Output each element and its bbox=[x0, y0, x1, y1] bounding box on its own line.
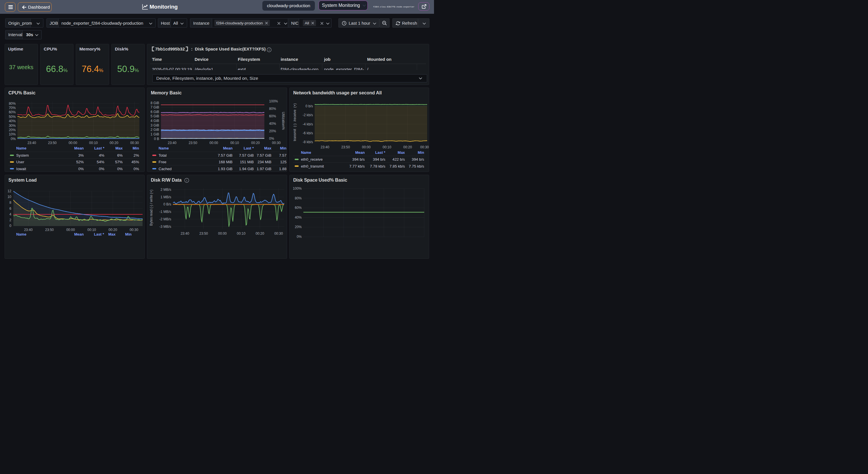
svg-text:00:30: 00:30 bbox=[274, 231, 283, 235]
svg-text:3%: 3% bbox=[79, 153, 84, 158]
svg-text:Name: Name bbox=[159, 146, 169, 151]
svg-text:User: User bbox=[17, 160, 24, 164]
svg-text:1 GiB: 1 GiB bbox=[151, 132, 159, 136]
svg-text:00:30: 00:30 bbox=[272, 141, 281, 145]
svg-text:eth0_transmit: eth0_transmit bbox=[301, 164, 324, 168]
svg-text:80%: 80% bbox=[295, 196, 302, 200]
svg-text:Min: Min bbox=[133, 146, 139, 151]
svg-text:00:10: 00:10 bbox=[230, 141, 239, 145]
svg-text:-2 kb/s: -2 kb/s bbox=[303, 113, 313, 117]
svg-text:4: 4 bbox=[9, 212, 11, 216]
svg-text:151 MiB: 151 MiB bbox=[240, 160, 254, 164]
svg-text:-3 MB/s: -3 MB/s bbox=[160, 224, 172, 228]
svg-text:23:50: 23:50 bbox=[341, 145, 350, 149]
svg-text:60%: 60% bbox=[269, 115, 276, 119]
svg-text:Name: Name bbox=[301, 150, 311, 155]
svg-text:80%: 80% bbox=[269, 107, 276, 111]
svg-text:7.57 GiB: 7.57 GiB bbox=[257, 153, 272, 158]
svg-text:Mean: Mean bbox=[223, 146, 232, 151]
svg-text:0 B/s: 0 B/s bbox=[164, 202, 172, 206]
svg-text:00:00: 00:00 bbox=[210, 141, 218, 145]
svg-text:0 b/s: 0 b/s bbox=[306, 104, 313, 108]
svg-text:00:20: 00:20 bbox=[403, 145, 412, 149]
svg-text:00:30: 00:30 bbox=[130, 141, 139, 145]
svg-text:394 b/s: 394 b/s bbox=[352, 157, 365, 162]
svg-text:0: 0 bbox=[9, 224, 11, 228]
svg-text:-8 kb/s: -8 kb/s bbox=[303, 140, 313, 144]
svg-text:2%: 2% bbox=[134, 153, 139, 158]
svg-text:23:40: 23:40 bbox=[24, 228, 33, 232]
svg-text:Free: Free bbox=[159, 160, 166, 164]
svg-text:00:10: 00:10 bbox=[88, 228, 96, 232]
svg-text:Min: Min bbox=[418, 150, 424, 155]
svg-text:10%: 10% bbox=[9, 132, 16, 136]
svg-text:00:00: 00:00 bbox=[66, 228, 75, 232]
svg-text:7.57: 7.57 bbox=[279, 153, 287, 158]
svg-text:00:20: 00:20 bbox=[110, 141, 118, 145]
svg-text:2: 2 bbox=[9, 218, 11, 222]
svg-text:0%: 0% bbox=[134, 167, 139, 171]
svg-text:00:20: 00:20 bbox=[108, 228, 117, 232]
svg-text:20%: 20% bbox=[269, 129, 276, 133]
svg-text:1.88: 1.88 bbox=[279, 167, 287, 171]
svg-text:80%: 80% bbox=[9, 102, 16, 105]
svg-text:23:50: 23:50 bbox=[199, 231, 208, 235]
svg-text:7.57 GiB: 7.57 GiB bbox=[239, 153, 254, 158]
svg-text:52%: 52% bbox=[76, 160, 84, 164]
svg-text:Name: Name bbox=[17, 146, 26, 151]
svg-text:00:10: 00:10 bbox=[383, 145, 391, 149]
svg-text:7.78 kb/s: 7.78 kb/s bbox=[370, 164, 385, 168]
svg-text:10: 10 bbox=[7, 195, 11, 199]
svg-text:4%: 4% bbox=[99, 153, 104, 158]
svg-text:70%: 70% bbox=[9, 106, 16, 110]
svg-text:6%: 6% bbox=[117, 153, 123, 158]
svg-text:100%: 100% bbox=[269, 100, 278, 103]
svg-text:00:00: 00:00 bbox=[218, 231, 227, 235]
svg-text:8 GiB: 8 GiB bbox=[151, 101, 159, 105]
svg-text:23:40: 23:40 bbox=[181, 231, 189, 235]
svg-text:30%: 30% bbox=[9, 124, 16, 128]
svg-text:0%: 0% bbox=[79, 167, 84, 171]
svg-text:Last *: Last * bbox=[94, 232, 104, 236]
svg-text:2 MB/s: 2 MB/s bbox=[161, 187, 172, 191]
svg-text:20%: 20% bbox=[295, 225, 302, 229]
svg-text:7 GiB: 7 GiB bbox=[151, 105, 159, 109]
svg-text:8: 8 bbox=[9, 200, 11, 204]
svg-text:7.57 GiB: 7.57 GiB bbox=[218, 153, 233, 158]
svg-text:-6 kb/s: -6 kb/s bbox=[303, 131, 313, 135]
svg-text:100%: 100% bbox=[293, 187, 302, 191]
svg-text:0%: 0% bbox=[297, 234, 302, 237]
svg-text:7.75 kb/s: 7.75 kb/s bbox=[409, 164, 424, 168]
svg-text:394 b/s: 394 b/s bbox=[412, 157, 425, 162]
svg-text:Last *: Last * bbox=[94, 146, 104, 151]
svg-text:Max: Max bbox=[108, 232, 116, 236]
svg-text:60%: 60% bbox=[9, 110, 16, 115]
svg-text:1.94 GiB: 1.94 GiB bbox=[239, 167, 254, 171]
svg-text:0%: 0% bbox=[11, 137, 16, 141]
svg-text:00:30: 00:30 bbox=[420, 145, 429, 149]
svg-text:00:10: 00:10 bbox=[237, 231, 245, 235]
svg-text:5 GiB: 5 GiB bbox=[151, 115, 159, 119]
svg-text:Mean: Mean bbox=[355, 150, 365, 155]
svg-text:00:10: 00:10 bbox=[89, 141, 98, 145]
svg-text:00:20: 00:20 bbox=[256, 231, 265, 235]
svg-text:00:30: 00:30 bbox=[130, 228, 138, 232]
svg-text:Min: Min bbox=[280, 146, 286, 151]
svg-text:40%: 40% bbox=[269, 122, 276, 126]
svg-text:Max: Max bbox=[398, 150, 405, 155]
svg-text:0 B: 0 B bbox=[154, 137, 159, 141]
svg-text:Bytes read (-) / write (+): Bytes read (-) / write (+) bbox=[149, 189, 153, 225]
svg-text:60%: 60% bbox=[295, 206, 302, 210]
svg-text:Name: Name bbox=[17, 232, 26, 236]
svg-text:Max: Max bbox=[115, 146, 123, 151]
svg-text:422 b/s: 422 b/s bbox=[393, 157, 405, 162]
svg-text:7.77 kb/s: 7.77 kb/s bbox=[349, 164, 365, 168]
svg-text:1 MB/s: 1 MB/s bbox=[161, 195, 172, 199]
svg-text:Last *: Last * bbox=[244, 146, 254, 151]
svg-text:Mean: Mean bbox=[74, 232, 84, 236]
svg-text:-1 MB/s: -1 MB/s bbox=[160, 210, 172, 214]
svg-text:Mean: Mean bbox=[74, 146, 84, 151]
svg-text:1.93 GiB: 1.93 GiB bbox=[218, 167, 233, 171]
svg-text:54%: 54% bbox=[97, 160, 104, 164]
svg-text:Iowait: Iowait bbox=[17, 167, 26, 171]
